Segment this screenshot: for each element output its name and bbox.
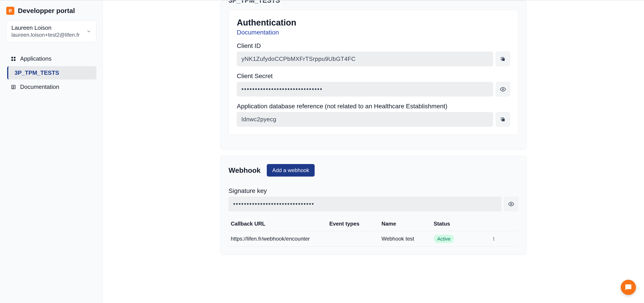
svg-rect-0 (8, 9, 12, 13)
client-secret-label: Client Secret (237, 73, 510, 80)
brand-logo-icon (6, 7, 14, 15)
svg-rect-9 (502, 58, 505, 61)
webhook-table: Callback URL Event types Name Status htt… (228, 217, 518, 247)
svg-rect-3 (12, 59, 13, 61)
copy-db-ref-button[interactable] (496, 112, 510, 127)
auth-title: Authentication (237, 18, 510, 28)
table-row: https://lifen.fr/webhook/encounter Webho… (228, 231, 518, 247)
col-event-types: Event types (327, 217, 379, 231)
col-callback-url: Callback URL (228, 217, 327, 231)
svg-rect-1 (12, 57, 13, 58)
copy-icon (500, 117, 506, 122)
intercom-launcher[interactable] (621, 280, 636, 295)
svg-point-13 (494, 237, 494, 238)
chevron-down-icon (86, 29, 91, 34)
signature-key-label: Signature key (228, 187, 518, 194)
user-email: laureen.loison+test2@lifen.fr (12, 32, 80, 38)
sidebar-item-label: 3P_TPM_TESTS (14, 69, 59, 76)
app-card: 3P_TPM_TESTS Authentication Documentatio… (220, 1, 526, 149)
copy-client-id-button[interactable] (496, 52, 510, 66)
cell-status: Active (431, 231, 489, 247)
svg-point-12 (510, 203, 512, 205)
brand: Developper portal (6, 7, 96, 15)
copy-icon (500, 56, 506, 62)
user-selector[interactable]: Laureen Loison laureen.loison+test2@life… (6, 20, 96, 42)
row-menu-button[interactable] (489, 231, 518, 247)
svg-point-10 (502, 88, 504, 90)
svg-rect-4 (14, 59, 16, 61)
doc-icon (10, 84, 16, 90)
apps-icon (10, 56, 16, 62)
db-ref-value[interactable]: ldnwc2pyecg (237, 112, 493, 127)
auth-doc-link[interactable]: Documentation (237, 29, 279, 36)
sidebar-item-applications[interactable]: Applications (6, 52, 96, 65)
reveal-client-secret-button[interactable] (496, 82, 510, 96)
sidebar-item-active-app[interactable]: 3P_TPM_TESTS (7, 66, 96, 80)
authentication-card: Authentication Documentation Client ID y… (228, 10, 518, 135)
col-status: Status (431, 217, 489, 231)
sidebar: Developper portal Laureen Loison laureen… (0, 1, 103, 303)
sidebar-item-label: Documentation (20, 84, 59, 90)
svg-rect-11 (502, 119, 505, 121)
db-ref-label: Application database reference (not rela… (237, 103, 510, 110)
svg-point-15 (494, 240, 494, 240)
sidebar-nav: Applications 3P_TPM_TESTS Documentation (6, 52, 96, 94)
svg-point-14 (494, 238, 494, 239)
col-name: Name (379, 217, 431, 231)
add-webhook-button[interactable]: Add a webhook (267, 164, 314, 177)
webhook-card: Webhook Add a webhook Signature key ••••… (220, 156, 526, 255)
sidebar-item-documentation[interactable]: Documentation (6, 80, 96, 94)
client-id-label: Client ID (237, 42, 510, 50)
client-id-value[interactable]: yNK1ZufydoCCPbMXFrTSrppu9UbGT4FC (237, 52, 493, 66)
sidebar-item-label: Applications (20, 55, 52, 62)
kebab-icon (492, 236, 516, 241)
main-content: 3P_TPM_TESTS Authentication Documentatio… (103, 1, 644, 303)
status-badge: Active (434, 235, 454, 243)
chat-icon (625, 284, 632, 291)
client-secret-value[interactable]: •••••••••••••••••••••••••••••• (237, 82, 493, 96)
cell-name: Webhook test (379, 231, 431, 247)
eye-icon (500, 86, 506, 92)
brand-title: Developper portal (18, 7, 75, 15)
eye-icon (508, 201, 514, 207)
signature-key-value[interactable]: •••••••••••••••••••••••••••••• (228, 197, 501, 211)
cell-event-types (327, 231, 379, 247)
webhook-title: Webhook (228, 166, 260, 175)
app-title: 3P_TPM_TESTS (228, 1, 518, 8)
cell-callback-url: https://lifen.fr/webhook/encounter (228, 231, 327, 247)
reveal-signature-key-button[interactable] (504, 197, 518, 211)
user-name: Laureen Loison (12, 24, 80, 31)
svg-rect-2 (14, 57, 16, 58)
